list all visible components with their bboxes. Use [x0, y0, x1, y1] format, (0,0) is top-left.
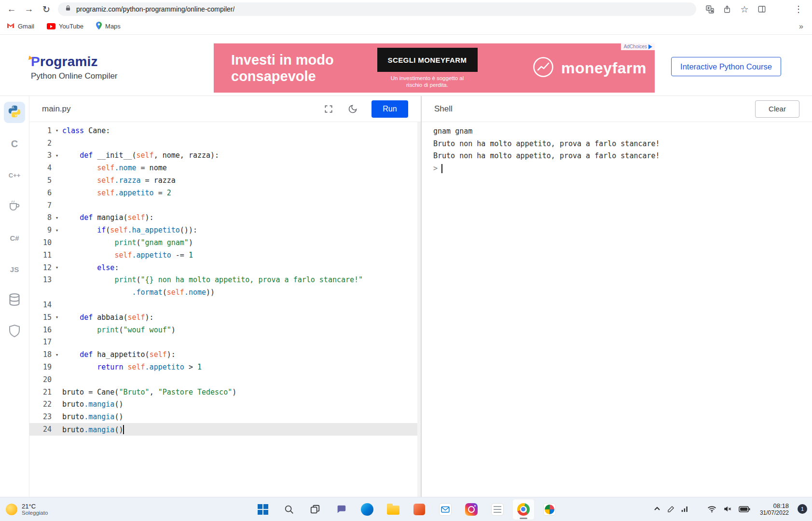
- code-line[interactable]: 21bruto = Cane("Bruto", "Pastore Tedesco…: [29, 386, 421, 398]
- tab-main-py[interactable]: main.py: [42, 104, 71, 114]
- sun-icon: [6, 504, 17, 515]
- code-line[interactable]: 23bruto.mangia(): [29, 411, 421, 423]
- taskbar-clock[interactable]: 08:18 31/07/2022: [760, 502, 789, 517]
- code-line[interactable]: 8▾ def mangia(self):: [29, 212, 421, 224]
- fold-icon[interactable]: ▾: [52, 352, 62, 358]
- taskbar-photos[interactable]: [538, 499, 561, 520]
- volume-muted-icon[interactable]: [723, 505, 732, 513]
- taskbar-mail[interactable]: [434, 499, 456, 520]
- sidebar-item-java[interactable]: [4, 196, 25, 217]
- code-line[interactable]: 17: [29, 336, 421, 349]
- code-line[interactable]: 15▾ def abbaia(self):: [29, 311, 421, 324]
- pen-icon[interactable]: [667, 506, 674, 513]
- code-line[interactable]: 9▾ if(self.ha_appetito()):: [29, 224, 421, 236]
- shell-title: Shell: [434, 104, 453, 114]
- signal-bars-icon[interactable]: [681, 506, 689, 513]
- sidebar-item-cpp[interactable]: C++: [4, 165, 25, 186]
- shell-prompt[interactable]: >: [433, 162, 812, 175]
- forward-button[interactable]: →: [20, 1, 38, 17]
- bookmark-maps[interactable]: Maps: [96, 22, 121, 31]
- code-line[interactable]: 4 self.nome = nome: [29, 162, 421, 174]
- side-panel-icon[interactable]: [753, 1, 771, 17]
- java-icon: [8, 200, 21, 213]
- code-line[interactable]: 24bruto.mangia(): [29, 423, 421, 436]
- sidebar-item-html[interactable]: [4, 321, 25, 343]
- fold-icon[interactable]: ▾: [52, 127, 62, 134]
- code-line[interactable]: 20: [29, 373, 421, 386]
- code-line[interactable]: 22bruto.mangia(): [29, 398, 421, 411]
- taskbar-task-view[interactable]: [304, 499, 326, 520]
- search-icon: [284, 504, 294, 515]
- sidebar-item-c[interactable]: C: [4, 133, 25, 154]
- taskbar-notes[interactable]: [486, 499, 509, 520]
- ad-cta-button[interactable]: SCEGLI MONEYFARM: [377, 48, 478, 72]
- code-line[interactable]: 12▾ else:: [29, 261, 421, 274]
- taskbar-file-explorer[interactable]: [382, 499, 404, 520]
- code-line[interactable]: 10 print("gnam gnam"): [29, 236, 421, 249]
- code-line[interactable]: .format(self.nome)): [29, 286, 421, 299]
- wifi-icon[interactable]: [707, 506, 716, 513]
- taskbar-chat[interactable]: [330, 499, 352, 520]
- chevron-up-icon[interactable]: [654, 507, 661, 511]
- code-line[interactable]: 3▾ def __init__(self, nome, razza):: [29, 150, 421, 162]
- shell-panel: Shell Clear gnam gnamBruto non ha molto …: [421, 96, 812, 497]
- run-button[interactable]: Run: [372, 100, 408, 118]
- programiz-logo[interactable]: Programiz: [31, 54, 98, 69]
- code-line[interactable]: 7: [29, 199, 421, 212]
- fold-icon[interactable]: ▾: [52, 264, 62, 271]
- dark-mode-moon-icon[interactable]: [347, 104, 358, 114]
- screen: ← → ↻ programiz.com/python-programming/o…: [0, 0, 812, 521]
- fold-icon[interactable]: ▾: [52, 215, 62, 221]
- code-editor[interactable]: 1▾class Cane:23▾ def __init__(self, nome…: [29, 122, 421, 497]
- share-icon[interactable]: [718, 1, 736, 17]
- taskbar-edge[interactable]: [356, 499, 378, 520]
- interactive-course-button[interactable]: Interactive Python Course: [671, 57, 781, 76]
- bookmark-gmail[interactable]: Gmail: [7, 23, 34, 30]
- code-line[interactable]: 18▾ def ha_appetito(self):: [29, 348, 421, 361]
- code-line[interactable]: 1▾class Cane:: [29, 124, 421, 137]
- shell-body[interactable]: gnam gnamBruto non ha molto appetito, pr…: [422, 122, 812, 175]
- browser-menu-icon[interactable]: ⋮: [790, 1, 807, 17]
- bookmarks-overflow-icon[interactable]: »: [799, 22, 803, 31]
- battery-icon[interactable]: [739, 506, 750, 512]
- clear-button[interactable]: Clear: [755, 100, 799, 118]
- code-line[interactable]: 5 self.razza = razza: [29, 174, 421, 187]
- code-line[interactable]: 6 self.appetito = 2: [29, 187, 421, 199]
- adchoices-label[interactable]: AdChoices: [621, 43, 655, 50]
- workspace: C C++ C# JS main.py: [0, 96, 812, 497]
- translate-icon[interactable]: [701, 1, 718, 17]
- notification-badge[interactable]: 1: [798, 504, 807, 514]
- mail-icon: [439, 503, 452, 516]
- sidebar-item-javascript[interactable]: JS: [4, 259, 25, 280]
- code-line[interactable]: 14: [29, 299, 421, 311]
- taskbar-office[interactable]: [408, 499, 430, 520]
- youtube-icon: [47, 23, 55, 29]
- ad-banner[interactable]: Investi in modo consapevole SCEGLI MONEY…: [214, 43, 655, 93]
- bookmark-star-icon[interactable]: ☆: [736, 1, 753, 17]
- bookmark-youtube[interactable]: YouTube: [47, 23, 83, 30]
- taskbar-chrome[interactable]: [512, 499, 535, 520]
- shell-output-line: Bruto non ha molto appetito, prova a far…: [433, 150, 812, 163]
- sidebar-item-python[interactable]: [4, 102, 25, 123]
- code-line[interactable]: 2: [29, 137, 421, 150]
- editor-scrollbar[interactable]: [417, 122, 421, 497]
- start-button[interactable]: [252, 499, 274, 520]
- fold-icon[interactable]: ▾: [52, 227, 62, 233]
- taskbar-instagram[interactable]: [460, 499, 482, 520]
- reload-button[interactable]: ↻: [38, 1, 55, 17]
- fullscreen-icon[interactable]: [323, 104, 334, 114]
- taskbar-weather[interactable]: 21°C Soleggiato: [0, 503, 111, 516]
- task-view-icon: [310, 504, 320, 515]
- taskbar-search[interactable]: [278, 499, 300, 520]
- gmail-icon: [7, 23, 14, 30]
- sidebar-item-sql[interactable]: [4, 290, 25, 311]
- address-bar[interactable]: programiz.com/python-programming/online-…: [58, 2, 696, 16]
- sidebar-item-csharp[interactable]: C#: [4, 227, 25, 248]
- code-line[interactable]: 11 self.appetito -= 1: [29, 249, 421, 261]
- fold-icon[interactable]: ▾: [52, 314, 62, 320]
- code-line[interactable]: 16 print("wouf wouf"): [29, 324, 421, 336]
- code-line[interactable]: 19 return self.appetito > 1: [29, 361, 421, 373]
- code-line[interactable]: 13 print("{} non ha molto appetito, prov…: [29, 274, 421, 287]
- back-button[interactable]: ←: [3, 1, 20, 17]
- fold-icon[interactable]: ▾: [52, 152, 62, 159]
